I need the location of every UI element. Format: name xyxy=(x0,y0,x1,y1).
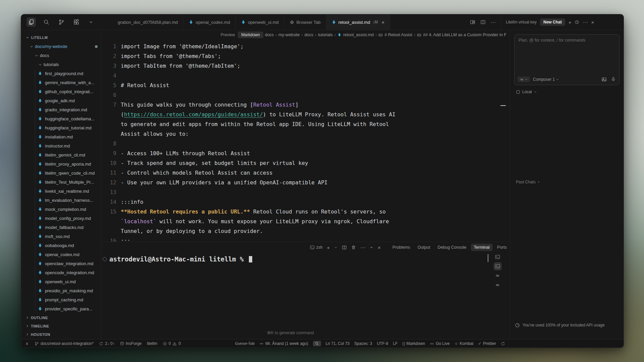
markdown-button[interactable]: Markdown xyxy=(238,32,263,38)
breadcrumb-item[interactable]: › # Retool Assist xyxy=(375,33,412,37)
editor-tab[interactable]: Browser Tab xyxy=(284,14,326,30)
file-item[interactable]: first_playground.md xyxy=(21,69,101,78)
file-item[interactable]: google_adk.md xyxy=(21,96,101,105)
file-item[interactable]: huggingface_codellama... xyxy=(21,114,101,123)
more-icon[interactable]: ⋯ xyxy=(360,245,365,250)
file-item[interactable]: installation.md xyxy=(21,132,101,141)
mode-selector-local[interactable]: Local xyxy=(516,89,624,94)
image-icon[interactable] xyxy=(601,77,607,82)
agent-terminal-icon[interactable]: ∞ xyxy=(494,282,501,289)
git-blame[interactable]: Mr. Ånand (1 week ago) xyxy=(259,341,308,346)
terminal-session-icon[interactable] xyxy=(494,253,501,260)
panel-tab[interactable]: Problems xyxy=(389,244,413,251)
editor-tab[interactable]: openweb_ui.md xyxy=(236,14,284,30)
breadcrumb-item[interactable]: › tutorials xyxy=(315,33,333,37)
file-item[interactable]: livekit_xai_realtime.md xyxy=(21,187,101,196)
folder-docs-my-website[interactable]: docs/my-website xyxy=(21,42,101,51)
file-item[interactable]: litellm_Test_Multiple_Pr... xyxy=(21,178,101,187)
file-item[interactable]: litellm_proxy_aporia.md xyxy=(21,160,101,169)
sidebar-section-header[interactable]: OUTLINE xyxy=(21,313,101,322)
insforge-status[interactable]: InsForge xyxy=(120,341,142,346)
split-editor-icon[interactable] xyxy=(480,19,486,25)
file-item[interactable]: prompt_caching.md xyxy=(21,295,101,304)
breadcrumb-item[interactable]: › ## 4. Add LiteLLM as a Custom Provider… xyxy=(414,33,506,37)
trash-icon[interactable] xyxy=(351,245,356,250)
reload-icon[interactable] xyxy=(501,342,505,346)
file-item[interactable]: litellm_gemini_cli.md xyxy=(21,150,101,160)
eol-selector[interactable]: LF xyxy=(393,341,397,346)
close-panel-icon[interactable]: × xyxy=(378,245,381,250)
kombai-button[interactable]: Kombai xyxy=(454,341,474,346)
chat-tab-virtual-key[interactable]: Litellm virtual key xyxy=(506,20,537,24)
file-item[interactable]: gradio_integration.md xyxy=(21,105,101,114)
go-live-button[interactable]: Go Live xyxy=(430,341,449,346)
editor-tab[interactable]: retool_assist.md ↓M × xyxy=(326,14,390,30)
chevron-down-icon[interactable] xyxy=(87,18,95,26)
sidebar-section-header[interactable]: HOUSTON xyxy=(21,330,101,339)
file-item[interactable]: model_fallbacks.md xyxy=(21,223,101,232)
panel-tab[interactable]: Output xyxy=(415,244,433,251)
shell-selector[interactable]: zsh xyxy=(310,245,323,250)
file-item[interactable]: mock_completion.md xyxy=(21,205,101,214)
panel-tab[interactable]: Terminal xyxy=(471,244,493,251)
breadcrumb-item[interactable]: › my-website xyxy=(275,33,300,37)
search-status-button[interactable] xyxy=(313,341,321,346)
new-chat-tab[interactable]: New Chat xyxy=(540,18,565,26)
indentation[interactable]: Spaces: 3 xyxy=(354,341,372,346)
source-control-icon[interactable] xyxy=(57,17,66,27)
workspace-root[interactable]: LITELLM xyxy=(21,33,101,42)
file-item[interactable]: model_config_proxy.md xyxy=(21,214,101,223)
search-icon[interactable] xyxy=(42,17,51,27)
history-icon[interactable] xyxy=(575,20,579,24)
encoding[interactable]: UTF-8 xyxy=(377,341,388,346)
scrollbar-marker[interactable] xyxy=(500,105,506,106)
new-terminal-icon[interactable]: + xyxy=(327,245,330,250)
problems-status[interactable]: 0 0 xyxy=(163,341,181,346)
folder-docs[interactable]: docs xyxy=(21,51,101,60)
file-item[interactable]: provider_specific_para... xyxy=(21,304,101,313)
terminal-scrollbar[interactable] xyxy=(488,254,488,262)
panel-tab[interactable]: Ports xyxy=(494,244,510,251)
file-item[interactable]: lm_evaluation_harness... xyxy=(21,196,101,205)
agent-mode-selector[interactable]: ∞ xyxy=(518,76,530,82)
close-panel-icon[interactable]: × xyxy=(591,20,594,25)
sidebar-section-header[interactable]: TIMELINE xyxy=(21,322,101,330)
file-item[interactable]: msft_sso.md xyxy=(21,232,101,241)
more-actions-icon[interactable]: ⋯ xyxy=(491,20,496,25)
file-item[interactable]: huggingface_tutorial.md xyxy=(21,123,101,132)
terminal-session-icon-active[interactable] xyxy=(494,263,501,270)
extensions-icon[interactable] xyxy=(72,17,81,27)
composer-model-selector[interactable]: Composer 1 xyxy=(533,77,559,82)
cursor-tab-toggle[interactable]: Cursor Tab xyxy=(235,341,255,346)
chevron-up-icon[interactable] xyxy=(370,246,373,249)
plus-icon[interactable]: + xyxy=(569,20,572,25)
litellm-status[interactable]: litellm xyxy=(147,341,157,346)
file-item[interactable]: openweb_ui.md xyxy=(21,277,101,286)
git-branch-status[interactable]: docs/retool-assist-integration* xyxy=(35,341,94,346)
past-chats[interactable]: Past Chats xyxy=(516,180,540,184)
breadcrumb-item[interactable]: › docs xyxy=(302,33,314,37)
breadcrumb-item[interactable]: › retool_assist.md xyxy=(334,33,374,37)
remote-indicator-icon[interactable] xyxy=(25,342,29,346)
file-item[interactable]: openai_codex.md xyxy=(21,250,101,259)
prettier-button[interactable]: ✓ Prettier xyxy=(478,341,496,346)
terminal-body[interactable]: astrodevil@Astro-Mac-mini litellm % ⌘K t… xyxy=(101,253,510,339)
file-item[interactable]: oobabooga.md xyxy=(21,241,101,250)
chevron-down-icon[interactable] xyxy=(334,246,337,249)
editor-tab[interactable]: gration_doc_d075fd58.plan.md xyxy=(112,14,183,30)
folder-tutorials[interactable]: tutorials xyxy=(21,60,101,69)
file-item[interactable]: presidio_pii_masking.md xyxy=(21,286,101,295)
file-item[interactable]: litellm_qwen_code_cli.md xyxy=(21,169,101,178)
chat-composer[interactable]: Plan, @ for context, / for commands ∞ Co… xyxy=(514,34,620,85)
file-item[interactable]: openclaw_integration.md xyxy=(21,259,101,268)
close-icon[interactable]: × xyxy=(381,20,384,25)
git-sync-status[interactable]: 2↓ 0↑ xyxy=(99,341,115,346)
open-changes-icon[interactable] xyxy=(470,19,475,25)
file-item[interactable]: github_copilot_integrati... xyxy=(21,87,101,96)
code-editor[interactable]: 1import Image from '@theme/IdealImage';2… xyxy=(101,40,510,242)
split-terminal-icon[interactable] xyxy=(342,245,347,250)
agent-terminal-icon[interactable]: ∞ xyxy=(494,272,501,279)
preview-button[interactable]: Preview xyxy=(221,33,235,37)
mic-icon[interactable] xyxy=(611,77,616,82)
more-icon[interactable]: ⋯ xyxy=(583,20,588,25)
